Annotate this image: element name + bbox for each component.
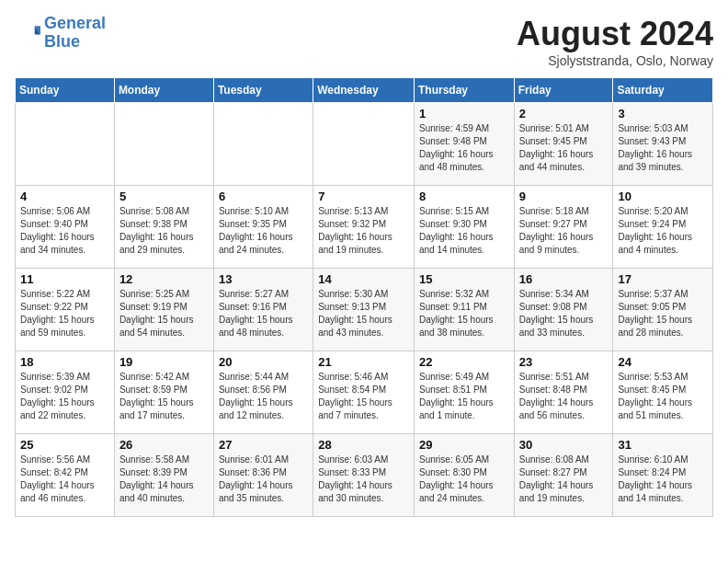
- day-info: Sunrise: 6:05 AM Sunset: 8:30 PM Dayligh…: [419, 454, 509, 505]
- day-info: Sunrise: 5:53 AM Sunset: 8:45 PM Dayligh…: [618, 371, 708, 422]
- calendar-body: 1Sunrise: 4:59 AM Sunset: 9:48 PM Daylig…: [16, 103, 713, 517]
- day-header-monday: Monday: [114, 78, 213, 103]
- day-info: Sunrise: 5:58 AM Sunset: 8:39 PM Dayligh…: [119, 454, 209, 505]
- day-info: Sunrise: 5:15 AM Sunset: 9:30 PM Dayligh…: [419, 205, 509, 257]
- day-header-saturday: Saturday: [613, 78, 713, 103]
- calendar-cell: 12Sunrise: 5:25 AM Sunset: 9:19 PM Dayli…: [114, 269, 213, 351]
- day-info: Sunrise: 6:01 AM Sunset: 8:36 PM Dayligh…: [219, 454, 308, 505]
- day-header-tuesday: Tuesday: [213, 78, 313, 103]
- day-info: Sunrise: 5:08 AM Sunset: 9:38 PM Dayligh…: [119, 205, 209, 257]
- day-number: 11: [20, 272, 109, 286]
- day-number: 18: [20, 355, 109, 369]
- calendar-cell: 10Sunrise: 5:20 AM Sunset: 9:24 PM Dayli…: [613, 186, 713, 269]
- calendar-cell: 7Sunrise: 5:13 AM Sunset: 9:32 PM Daylig…: [313, 186, 415, 269]
- calendar-cell: 21Sunrise: 5:46 AM Sunset: 8:54 PM Dayli…: [313, 351, 415, 434]
- day-number: 23: [519, 355, 609, 369]
- day-number: 28: [318, 438, 409, 452]
- calendar-cell: 30Sunrise: 6:08 AM Sunset: 8:27 PM Dayli…: [514, 434, 613, 517]
- calendar-cell: 16Sunrise: 5:34 AM Sunset: 9:08 PM Dayli…: [514, 269, 613, 351]
- calendar-cell: [16, 103, 115, 186]
- day-number: 19: [119, 355, 209, 369]
- day-number: 20: [219, 355, 308, 369]
- day-number: 14: [318, 272, 409, 286]
- day-number: 21: [318, 355, 409, 369]
- day-info: Sunrise: 6:10 AM Sunset: 8:24 PM Dayligh…: [618, 454, 708, 505]
- week-row-5: 25Sunrise: 5:56 AM Sunset: 8:42 PM Dayli…: [16, 434, 713, 517]
- day-info: Sunrise: 5:42 AM Sunset: 8:59 PM Dayligh…: [119, 371, 209, 422]
- day-number: 8: [419, 190, 509, 203]
- calendar-cell: 9Sunrise: 5:18 AM Sunset: 9:27 PM Daylig…: [514, 186, 613, 269]
- day-number: 7: [318, 190, 409, 203]
- day-number: 12: [119, 272, 209, 286]
- day-info: Sunrise: 5:39 AM Sunset: 9:02 PM Dayligh…: [20, 371, 109, 422]
- day-header-sunday: Sunday: [16, 78, 115, 103]
- calendar-cell: 5Sunrise: 5:08 AM Sunset: 9:38 PM Daylig…: [114, 186, 213, 269]
- day-info: Sunrise: 5:01 AM Sunset: 9:45 PM Dayligh…: [519, 122, 609, 174]
- day-info: Sunrise: 5:46 AM Sunset: 8:54 PM Dayligh…: [318, 371, 409, 422]
- day-number: 27: [219, 438, 308, 452]
- day-info: Sunrise: 5:32 AM Sunset: 9:11 PM Dayligh…: [419, 288, 509, 339]
- day-number: 25: [20, 438, 109, 452]
- day-header-wednesday: Wednesday: [313, 78, 415, 103]
- day-number: 9: [519, 190, 609, 203]
- day-number: 22: [419, 355, 509, 369]
- calendar-cell: 17Sunrise: 5:37 AM Sunset: 9:05 PM Dayli…: [613, 269, 713, 351]
- week-row-2: 4Sunrise: 5:06 AM Sunset: 9:40 PM Daylig…: [16, 186, 713, 269]
- day-info: Sunrise: 5:18 AM Sunset: 9:27 PM Dayligh…: [519, 205, 609, 257]
- calendar-cell: [213, 103, 313, 186]
- calendar-header-row: SundayMondayTuesdayWednesdayThursdayFrid…: [16, 78, 713, 103]
- logo: General Blue: [15, 15, 106, 52]
- calendar-cell: 14Sunrise: 5:30 AM Sunset: 9:13 PM Dayli…: [313, 269, 415, 351]
- day-number: 29: [419, 438, 509, 452]
- day-number: 17: [618, 272, 708, 286]
- day-number: 30: [519, 438, 609, 452]
- week-row-4: 18Sunrise: 5:39 AM Sunset: 9:02 PM Dayli…: [16, 351, 713, 434]
- calendar-cell: 29Sunrise: 6:05 AM Sunset: 8:30 PM Dayli…: [414, 434, 514, 517]
- week-row-3: 11Sunrise: 5:22 AM Sunset: 9:22 PM Dayli…: [16, 269, 713, 351]
- day-number: 31: [618, 438, 708, 452]
- logo-text: General Blue: [44, 15, 106, 52]
- calendar-cell: 2Sunrise: 5:01 AM Sunset: 9:45 PM Daylig…: [514, 103, 613, 186]
- day-info: Sunrise: 5:37 AM Sunset: 9:05 PM Dayligh…: [618, 288, 708, 339]
- day-number: 26: [119, 438, 209, 452]
- day-info: Sunrise: 5:20 AM Sunset: 9:24 PM Dayligh…: [618, 205, 708, 257]
- day-number: 10: [618, 190, 708, 203]
- day-info: Sunrise: 5:44 AM Sunset: 8:56 PM Dayligh…: [219, 371, 308, 422]
- day-header-thursday: Thursday: [414, 78, 514, 103]
- calendar-cell: 27Sunrise: 6:01 AM Sunset: 8:36 PM Dayli…: [213, 434, 313, 517]
- day-number: 3: [618, 107, 708, 121]
- day-number: 5: [119, 190, 209, 203]
- day-number: 16: [519, 272, 609, 286]
- day-info: Sunrise: 5:13 AM Sunset: 9:32 PM Dayligh…: [318, 205, 409, 257]
- day-number: 24: [618, 355, 708, 369]
- day-info: Sunrise: 5:49 AM Sunset: 8:51 PM Dayligh…: [419, 371, 509, 422]
- day-info: Sunrise: 5:51 AM Sunset: 8:48 PM Dayligh…: [519, 371, 609, 422]
- location: Sjolyststranda, Oslo, Norway: [517, 53, 713, 68]
- day-info: Sunrise: 5:27 AM Sunset: 9:16 PM Dayligh…: [219, 288, 308, 339]
- day-number: 1: [419, 107, 509, 121]
- month-title: August 2024: [517, 15, 713, 53]
- calendar-cell: 8Sunrise: 5:15 AM Sunset: 9:30 PM Daylig…: [414, 186, 514, 269]
- day-number: 13: [219, 272, 308, 286]
- logo-icon: [15, 20, 40, 46]
- calendar-cell: 31Sunrise: 6:10 AM Sunset: 8:24 PM Dayli…: [613, 434, 713, 517]
- day-info: Sunrise: 5:25 AM Sunset: 9:19 PM Dayligh…: [119, 288, 209, 339]
- day-header-friday: Friday: [514, 78, 613, 103]
- calendar-cell: [313, 103, 415, 186]
- day-number: 4: [20, 190, 109, 203]
- calendar-cell: 3Sunrise: 5:03 AM Sunset: 9:43 PM Daylig…: [613, 103, 713, 186]
- day-info: Sunrise: 6:08 AM Sunset: 8:27 PM Dayligh…: [519, 454, 609, 505]
- calendar-cell: 25Sunrise: 5:56 AM Sunset: 8:42 PM Dayli…: [16, 434, 115, 517]
- calendar-cell: 6Sunrise: 5:10 AM Sunset: 9:35 PM Daylig…: [213, 186, 313, 269]
- calendar-cell: 23Sunrise: 5:51 AM Sunset: 8:48 PM Dayli…: [514, 351, 613, 434]
- day-number: 6: [219, 190, 308, 203]
- day-info: Sunrise: 5:22 AM Sunset: 9:22 PM Dayligh…: [20, 288, 109, 339]
- day-number: 2: [519, 107, 609, 121]
- calendar-cell: 28Sunrise: 6:03 AM Sunset: 8:33 PM Dayli…: [313, 434, 415, 517]
- calendar-table: SundayMondayTuesdayWednesdayThursdayFrid…: [15, 77, 713, 517]
- calendar-cell: 11Sunrise: 5:22 AM Sunset: 9:22 PM Dayli…: [16, 269, 115, 351]
- calendar-cell: 22Sunrise: 5:49 AM Sunset: 8:51 PM Dayli…: [414, 351, 514, 434]
- title-block: August 2024 Sjolyststranda, Oslo, Norway: [517, 15, 713, 68]
- calendar-cell: 19Sunrise: 5:42 AM Sunset: 8:59 PM Dayli…: [114, 351, 213, 434]
- calendar-cell: 24Sunrise: 5:53 AM Sunset: 8:45 PM Dayli…: [613, 351, 713, 434]
